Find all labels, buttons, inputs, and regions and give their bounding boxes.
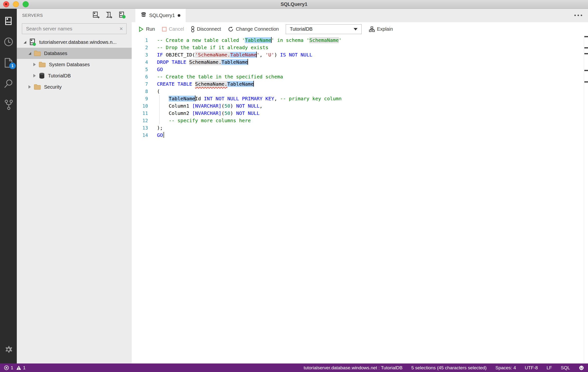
problems-indicator[interactable]: 1 1 — [4, 365, 26, 371]
overview-selection-mark — [584, 81, 588, 83]
tree-item-tutorialdb[interactable]: TutorialDB — [17, 70, 132, 81]
code-line-8[interactable]: 8( — [132, 88, 588, 95]
active-connections-icon[interactable] — [118, 11, 126, 20]
status-selection[interactable]: 5 selections (45 characters selected) — [411, 365, 486, 371]
search-icon[interactable] — [3, 78, 14, 89]
code-token: Column2 — [157, 110, 192, 116]
code-token: TableName — [227, 81, 254, 87]
disconnect-label: Disconnect — [197, 26, 221, 32]
servers-panel: SERVERS × tutorialserver.database — [17, 9, 132, 363]
code-token: NOT NULL — [236, 103, 259, 109]
tree-item-databases[interactable]: Databases — [17, 48, 132, 59]
code-line-6[interactable]: 6-- Create the table in the specified sc… — [132, 73, 588, 80]
tree-item-label: System Databases — [49, 62, 90, 67]
code-token: CREATE TABLE — [157, 81, 192, 87]
change-connection-button[interactable]: Change Connection — [228, 26, 279, 32]
code-line-9[interactable]: 9 TableNameId INT NOT NULL PRIMARY KEY, … — [132, 95, 588, 102]
search-clear-icon[interactable]: × — [119, 26, 123, 32]
code-line-10[interactable]: 10 Column1 [NVARCHAR](50) NOT NULL, — [132, 102, 588, 110]
settings-gear-icon[interactable] — [3, 344, 14, 355]
tab-label: SQLQuery1 — [149, 13, 175, 18]
folder-icon — [34, 84, 41, 90]
text-cursor — [253, 81, 254, 87]
expand-twisty-icon[interactable] — [32, 74, 37, 77]
code-line-1[interactable]: 1-- Create a new table called 'TableName… — [132, 37, 588, 44]
new-connection-icon[interactable] — [92, 11, 100, 20]
code-line-5[interactable]: 5GO — [132, 66, 588, 73]
code-token: 50 — [224, 110, 230, 116]
status-encoding[interactable]: UTF-8 — [525, 365, 538, 371]
code-line-11[interactable]: 11 Column2 [NVARCHAR](50) NOT NULL — [132, 110, 588, 117]
collapse-twisty-icon[interactable] — [27, 52, 32, 55]
cancel-button[interactable]: Cancel — [162, 26, 184, 32]
tree-item-tutorialserver-database-windows-n[interactable]: tutorialserver.database.windows.n... — [17, 37, 132, 48]
tab-sqlquery1[interactable]: SQLQuery1 — [135, 9, 186, 22]
code-token: IS NOT NULL — [280, 52, 312, 58]
line-number: 9 — [132, 95, 148, 102]
disconnect-button[interactable]: Disconnect — [191, 26, 221, 32]
database-dropdown[interactable]: TutorialDB — [286, 24, 362, 34]
text-cursor — [163, 132, 164, 138]
code-token: INT NOT NULL PRIMARY KEY — [204, 96, 274, 102]
code-token: ( — [221, 103, 224, 109]
cancel-label: Cancel — [169, 26, 184, 32]
code-token: ) — [230, 110, 236, 116]
code-token: SchemaName — [309, 37, 338, 43]
tree-item-label: TutorialDB — [48, 73, 71, 79]
code-token: ); — [157, 125, 163, 131]
overview-ruler[interactable] — [584, 36, 588, 363]
code-token — [277, 52, 280, 58]
line-number: 4 — [132, 58, 148, 66]
code-line-12[interactable]: 12 -- specify more columns here — [132, 117, 588, 124]
new-server-group-icon[interactable] — [105, 11, 113, 20]
open-editors-icon[interactable]: 1 — [3, 57, 14, 68]
code-token: , — [259, 103, 262, 109]
dropdown-caret-icon — [354, 28, 357, 31]
status-connection[interactable]: tutorialserver.database.windows.net : Tu… — [304, 365, 403, 371]
source-control-icon[interactable] — [3, 99, 14, 110]
code-line-13[interactable]: 13); — [132, 124, 588, 131]
tree-item-security[interactable]: Security — [17, 81, 132, 93]
error-count: 1 — [11, 365, 13, 371]
code-editor[interactable]: 1-- Create a new table called 'TableName… — [132, 36, 588, 363]
code-token: 'SchemaName. — [195, 52, 231, 58]
code-token: Column1 — [157, 103, 192, 109]
code-token: ( — [157, 88, 160, 94]
dirty-indicator[interactable] — [178, 14, 180, 17]
status-bar: 1 1 tutorialserver.database.windows.net … — [0, 363, 588, 372]
tree-item-system-databases[interactable]: System Databases — [17, 59, 132, 70]
status-language[interactable]: SQL — [561, 365, 570, 371]
code-token: SchemaName. — [189, 59, 221, 65]
code-line-2[interactable]: 2-- Drop the table if it already exists — [132, 44, 588, 51]
line-number: 13 — [132, 124, 148, 131]
code-line-14[interactable]: 14GO — [132, 131, 588, 139]
code-token: DROP TABLE — [157, 59, 186, 65]
line-number: 6 — [132, 73, 148, 80]
database-icon — [39, 72, 45, 79]
editor-actions-more-icon[interactable] — [574, 15, 582, 16]
collapse-twisty-icon[interactable] — [22, 41, 28, 43]
code-token: TableName — [245, 37, 271, 43]
status-indentation[interactable]: Spaces: 4 — [495, 365, 516, 371]
explain-label: Explain — [377, 26, 393, 32]
task-history-icon[interactable] — [3, 37, 14, 47]
server-search-input[interactable] — [26, 26, 119, 32]
line-number: 5 — [132, 66, 148, 73]
feedback-smiley-icon[interactable] — [579, 365, 584, 371]
code-token: GO — [157, 132, 163, 138]
server-tree: tutorialserver.database.windows.n...Data… — [17, 37, 132, 93]
expand-twisty-icon[interactable] — [32, 63, 37, 66]
code-line-3[interactable]: 3IF OBJECT_ID('SchemaName.TableName', 'U… — [132, 51, 588, 58]
code-token: TableName — [230, 52, 257, 58]
code-line-4[interactable]: 4DROP TABLE SchemaName.TableName — [132, 58, 588, 66]
server-search-box[interactable]: × — [22, 23, 126, 34]
line-number: 12 — [132, 117, 148, 124]
servers-icon[interactable] — [3, 16, 14, 26]
overview-selection-mark — [584, 70, 588, 71]
code-line-7[interactable]: 7CREATE TABLE SchemaName.TableName — [132, 80, 588, 88]
line-number: 3 — [132, 51, 148, 58]
run-button[interactable]: Run — [138, 26, 155, 32]
explain-button[interactable]: Explain — [369, 26, 393, 32]
status-eol[interactable]: LF — [547, 365, 552, 371]
expand-twisty-icon[interactable] — [27, 85, 32, 89]
